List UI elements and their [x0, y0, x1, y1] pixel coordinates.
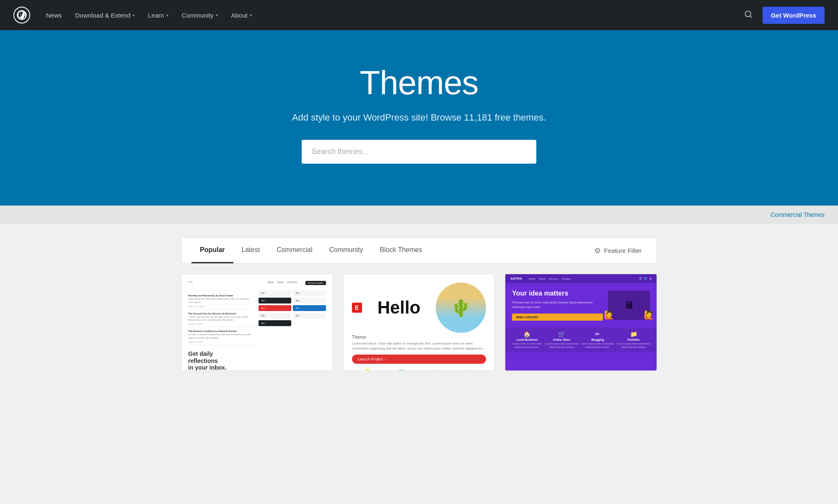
gear-icon: ⚙ — [594, 246, 601, 255]
chevron-down-icon: ▾ — [250, 13, 252, 18]
themes-grid: TT1 About Notes All Posts Browse styles … — [181, 274, 657, 371]
hero-search-container — [302, 140, 536, 164]
theme-preview-hello: E Hello 🌵 Theme Lorem text block. Click … — [344, 274, 495, 370]
tab-popular[interactable]: Popular — [191, 238, 233, 263]
tab-community[interactable]: Community — [321, 238, 372, 263]
nav-learn[interactable]: Learn ▾ — [142, 8, 174, 22]
theme-card-hello[interactable]: E Hello 🌵 Theme Lorem text block. Click … — [343, 274, 495, 371]
hello-image: 🌵 — [436, 283, 486, 333]
svg-line-2 — [750, 15, 752, 17]
nav-links: News Download & Extend ▾ Learn ▾ Communi… — [40, 8, 741, 22]
hero-section: Themes Add style to your WordPress site!… — [0, 30, 838, 206]
wp-logo[interactable] — [13, 7, 30, 23]
hero-subtitle: Add style to your WordPress site! Browse… — [13, 112, 825, 123]
elementor-logo: E — [352, 303, 362, 313]
tabs-container: Popular Latest Commercial Community Bloc… — [181, 237, 657, 264]
commercial-themes-link[interactable]: Commercial Themes — [771, 211, 825, 218]
chevron-down-icon: ▾ — [166, 13, 168, 18]
theme-preview-astra: ASTRA Home About Services Contact ☰ 🐦 ● — [505, 274, 657, 370]
nav-right: Get WordPress — [741, 7, 825, 24]
commercial-themes-bar: Commercial Themes — [0, 206, 838, 224]
hero-title: Themes — [13, 64, 825, 102]
theme-preview-tt1: TT1 About Notes All Posts Browse styles … — [181, 274, 333, 370]
tab-block-themes[interactable]: Block Themes — [371, 238, 430, 263]
main-content: Popular Latest Commercial Community Bloc… — [168, 237, 670, 371]
tab-latest[interactable]: Latest — [233, 238, 269, 263]
get-wordpress-button[interactable]: Get WordPress — [763, 7, 825, 24]
nav-about[interactable]: About ▾ — [225, 8, 258, 22]
search-icon — [744, 10, 753, 18]
tab-commercial[interactable]: Commercial — [268, 238, 321, 263]
search-input[interactable] — [302, 140, 536, 164]
nav-community[interactable]: Community ▾ — [176, 8, 224, 22]
theme-card-tt1[interactable]: TT1 About Notes All Posts Browse styles … — [181, 274, 333, 371]
chevron-down-icon: ▾ — [216, 13, 218, 18]
main-nav: News Download & Extend ▾ Learn ▾ Communi… — [0, 0, 838, 30]
chevron-down-icon: ▾ — [132, 13, 134, 18]
tabs-list: Popular Latest Commercial Community Bloc… — [191, 238, 589, 263]
nav-news[interactable]: News — [40, 8, 68, 22]
search-button[interactable] — [741, 7, 756, 24]
nav-download[interactable]: Download & Extend ▾ — [70, 8, 141, 22]
feature-filter-button[interactable]: ⚙ Feature Filter — [589, 243, 647, 259]
theme-card-astra[interactable]: ASTRA Home About Services Contact ☰ 🐦 ● — [505, 274, 657, 371]
